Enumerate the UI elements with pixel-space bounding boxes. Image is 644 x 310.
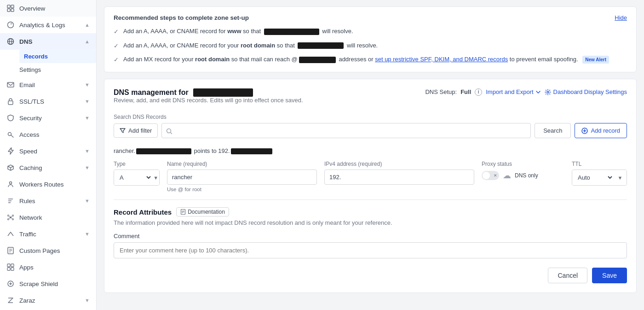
sidebar-item-network[interactable]: Network xyxy=(0,209,96,226)
hide-button[interactable]: Hide xyxy=(615,14,627,21)
dashboard-settings-label: Dashboard Display Settings xyxy=(553,88,627,95)
sidebar-item-speed-label: Speed xyxy=(19,148,37,155)
documentation-label: Documentation xyxy=(188,209,225,215)
apps-icon xyxy=(6,263,15,271)
dns-setup-info: DNS Setup: Full i Import and Export Dash… xyxy=(425,88,627,96)
sidebar-item-traffic-label: Traffic xyxy=(19,231,36,238)
ip-redacted xyxy=(231,148,272,154)
sidebar-sub-item-settings[interactable]: Settings xyxy=(19,63,96,76)
name-input[interactable] xyxy=(167,170,317,185)
dns-setup-value: Full xyxy=(460,88,471,95)
sidebar-item-scrape-shield[interactable]: Scrape Shield xyxy=(0,275,96,292)
sidebar-item-overview[interactable]: Overview xyxy=(0,0,96,17)
analytics-logs-chevron: ▲ xyxy=(85,22,90,28)
svg-point-33 xyxy=(547,91,549,93)
add-record-button[interactable]: Add record xyxy=(575,123,627,138)
sidebar-item-zaraz[interactable]: Zaraz ▼ xyxy=(0,292,96,309)
ttl-select[interactable]: Auto 1 min 2 min 5 min 10 min 15 min 30 … xyxy=(572,170,614,185)
ttl-chevron-button[interactable]: ▼ xyxy=(614,170,627,185)
dns-setup-info-icon[interactable]: i xyxy=(475,88,482,96)
rules-chevron: ▼ xyxy=(85,198,90,204)
cancel-button[interactable]: Cancel xyxy=(548,268,587,283)
dns-card-header: DNS management for Review, add, and edit… xyxy=(114,88,627,111)
spf-dkim-link[interactable]: set up restrictive SPF, DKIM, and DMARC … xyxy=(375,56,508,63)
sidebar-item-ssl-tls[interactable]: SSL/TLS ▼ xyxy=(0,93,96,110)
type-select-wrap: A AAAA CNAME MX TXT ▼ xyxy=(114,170,160,186)
save-button[interactable]: Save xyxy=(592,268,627,283)
ttl-select-wrap: Auto 1 min 2 min 5 min 10 min 15 min 30 … xyxy=(572,170,627,186)
gear-icon xyxy=(545,89,551,95)
domain-suffix-redacted xyxy=(136,148,191,154)
divider-1 xyxy=(114,199,627,200)
zaraz-chevron: ▼ xyxy=(85,298,90,303)
svg-rect-28 xyxy=(7,264,10,267)
documentation-button[interactable]: Documentation xyxy=(176,207,229,216)
svg-rect-9 xyxy=(8,101,13,105)
type-select[interactable]: A AAAA CNAME MX TXT xyxy=(114,170,152,185)
sidebar-item-analytics-logs-label: Analytics & Logs xyxy=(19,22,65,29)
sidebar-sub-item-records[interactable]: Records xyxy=(19,50,96,63)
import-export-button[interactable]: Import and Export xyxy=(486,88,540,95)
sidebar-item-caching-label: Caching xyxy=(19,164,42,171)
record-attributes-title: Record Attributes xyxy=(114,208,172,216)
ipv4-label: IPv4 address (required) xyxy=(324,161,474,167)
sidebar-item-speed[interactable]: Speed ▼ xyxy=(0,143,96,159)
sidebar-item-scrape-shield-label: Scrape Shield xyxy=(19,281,58,287)
sidebar-item-rules[interactable]: Rules ▼ xyxy=(0,193,96,209)
sidebar-item-caching[interactable]: Caching ▼ xyxy=(0,159,96,176)
sidebar-item-security[interactable]: Security ▼ xyxy=(0,110,96,126)
check-icon-2: ✓ xyxy=(114,41,119,51)
sidebar-item-security-label: Security xyxy=(19,115,42,122)
caching-chevron: ▼ xyxy=(85,165,90,170)
svg-rect-29 xyxy=(11,264,14,267)
search-input[interactable] xyxy=(161,123,531,138)
sidebar-item-custom-pages[interactable]: Custom Pages xyxy=(0,242,96,259)
sidebar-item-analytics-logs[interactable]: Analytics & Logs ▲ xyxy=(0,17,96,33)
svg-point-11 xyxy=(10,182,12,184)
dns-only-text: DNS only xyxy=(515,172,538,179)
globe-icon xyxy=(6,37,15,46)
sidebar-item-traffic[interactable]: Traffic ▼ xyxy=(0,226,96,242)
sidebar-item-access[interactable]: Access xyxy=(0,126,96,143)
comment-input[interactable] xyxy=(114,242,627,258)
svg-line-21 xyxy=(11,216,12,217)
scrape-icon xyxy=(6,280,15,288)
network-icon xyxy=(6,213,15,222)
type-label: Type xyxy=(114,161,160,167)
setup-item-mx: ✓ Add an MX record for your root domain … xyxy=(114,55,627,64)
record-summary-points: points to 192. xyxy=(194,147,230,154)
lock-icon xyxy=(6,97,15,105)
sidebar-item-apps-label: Apps xyxy=(19,264,34,271)
sidebar-item-email[interactable]: Email ▼ xyxy=(0,76,96,93)
traffic-chevron: ▼ xyxy=(85,231,90,237)
workers-icon xyxy=(6,180,15,188)
sidebar-item-dns[interactable]: DNS ▲ xyxy=(0,33,96,50)
sidebar-item-apps[interactable]: Apps xyxy=(0,259,96,275)
type-chevron-button[interactable]: ▼ xyxy=(152,170,159,185)
box-icon xyxy=(6,164,15,172)
proxy-toggle[interactable]: ✕ xyxy=(482,171,499,180)
add-filter-button[interactable]: Add filter xyxy=(114,123,158,138)
rules-icon xyxy=(6,197,15,205)
record-summary-prefix: rancher. xyxy=(114,147,135,154)
ttl-field: TTL Auto 1 min 2 min 5 min 10 min 15 min… xyxy=(572,161,627,186)
security-chevron: ▼ xyxy=(85,115,90,121)
svg-rect-31 xyxy=(11,268,14,270)
ipv4-field: IPv4 address (required) xyxy=(324,161,474,185)
svg-line-23 xyxy=(11,218,12,219)
ipv4-input[interactable] xyxy=(324,170,474,185)
key-icon xyxy=(6,130,15,139)
sidebar-item-network-label: Network xyxy=(19,214,42,221)
search-row: Add filter Search Add record xyxy=(114,123,627,138)
proxy-label: Proxy status xyxy=(482,161,564,167)
dashboard-display-button[interactable]: Dashboard Display Settings xyxy=(545,88,627,95)
search-button[interactable]: Search xyxy=(535,123,571,138)
dns-chevron: ▲ xyxy=(85,39,90,44)
setup-item-root-domain: ✓ Add an A, AAAA, or CNAME record for yo… xyxy=(114,41,627,51)
email-chevron: ▼ xyxy=(85,82,90,88)
cloud-icon: ☁ xyxy=(503,170,511,181)
sidebar-item-workers-routes[interactable]: Workers Routes xyxy=(0,176,96,193)
check-icon-3: ✓ xyxy=(114,55,119,64)
sidebar-item-rules-label: Rules xyxy=(19,198,35,205)
ssl-tls-chevron: ▼ xyxy=(85,99,90,104)
